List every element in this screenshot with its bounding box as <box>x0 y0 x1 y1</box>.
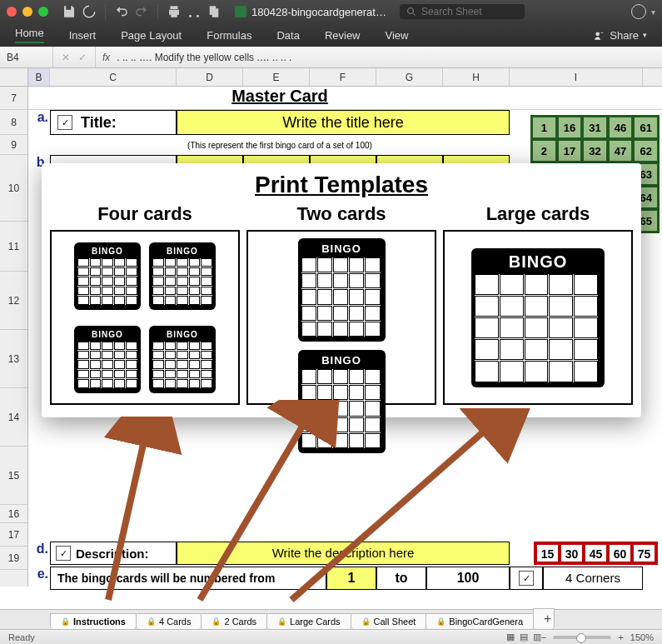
cell-reference[interactable]: B4 <box>0 47 53 67</box>
minimize-window-button[interactable] <box>22 7 32 17</box>
close-window-button[interactable] <box>7 7 17 17</box>
red-num: 15 <box>536 544 559 562</box>
zoom-in-button[interactable]: + <box>618 632 623 642</box>
col-header-D[interactable]: D <box>177 68 243 86</box>
row-header-9[interactable]: 9 <box>0 135 27 155</box>
confirm-formula-icon[interactable]: ✓ <box>78 52 87 63</box>
view-page-icon[interactable]: ▤ <box>520 632 528 642</box>
sheet-tab-generator[interactable]: 🔒BingoCardGenera <box>426 613 534 629</box>
two-cards-preview[interactable]: BINGO BINGO <box>246 230 436 405</box>
search-sheet[interactable] <box>400 4 525 19</box>
grid-cell[interactable]: 17 <box>558 140 582 162</box>
to-number-cell: 100 <box>426 567 510 590</box>
tab-data[interactable]: Data <box>276 29 299 42</box>
row-header-14[interactable]: 14 <box>0 388 27 447</box>
grid-cell[interactable]: 1 <box>532 117 556 138</box>
sheet-tab-large[interactable]: 🔒Large Cards <box>266 613 351 629</box>
grid-cell[interactable]: 16 <box>558 117 582 138</box>
title-label: Title: <box>81 114 117 132</box>
row-header-12[interactable]: 12 <box>0 272 27 330</box>
zoom-window-button[interactable] <box>38 7 48 17</box>
sheet-tab-instructions[interactable]: 🔒Instructions <box>50 613 137 629</box>
col-header-H[interactable]: H <box>443 68 510 86</box>
tab-insert[interactable]: Insert <box>69 29 97 42</box>
col-header-I[interactable]: I <box>510 68 643 86</box>
add-sheet-button[interactable]: + <box>533 608 555 629</box>
title-checkbox[interactable]: ✓ <box>57 115 72 130</box>
corners-checkbox[interactable]: ✓ <box>519 571 534 586</box>
tab-formulas[interactable]: Formulas <box>207 29 251 42</box>
four-cards-heading: Four cards <box>50 203 240 225</box>
window-controls <box>7 7 48 17</box>
cancel-formula-icon[interactable]: ✕ <box>62 52 70 63</box>
col-header-F[interactable]: F <box>310 68 376 86</box>
zoom-out-button[interactable]: − <box>541 632 546 642</box>
save-icon[interactable] <box>62 4 77 19</box>
excel-icon <box>235 6 246 17</box>
lock-icon: 🔒 <box>277 617 286 626</box>
large-cards-preview[interactable]: BINGO <box>443 230 633 405</box>
copy-icon[interactable] <box>207 4 221 19</box>
grid-cell[interactable]: 32 <box>583 140 607 162</box>
sheet-tab-callsheet[interactable]: 🔒Call Sheet <box>351 613 427 629</box>
row-header-19[interactable]: 19 <box>0 547 27 570</box>
select-all-corner[interactable] <box>0 68 28 86</box>
col-header-G[interactable]: G <box>376 68 443 86</box>
feedback-icon[interactable] <box>631 4 646 19</box>
sheet-tab-2cards[interactable]: 🔒2 Cards <box>201 613 267 629</box>
row-header-8[interactable]: 8 <box>0 110 27 135</box>
grid-cell[interactable]: 47 <box>609 140 633 162</box>
row-header-7[interactable]: 7 <box>0 87 27 110</box>
row-header-10[interactable]: 10 <box>0 155 27 222</box>
chevron-down-icon[interactable]: ▾ <box>651 7 655 17</box>
col-header-C[interactable]: C <box>50 68 177 86</box>
svg-rect-4 <box>235 6 246 17</box>
grid-cell[interactable]: 46 <box>609 117 633 138</box>
autosave-icon[interactable] <box>82 4 97 19</box>
row-header-15[interactable]: 15 <box>0 447 27 505</box>
search-input[interactable] <box>421 6 505 17</box>
col-header-E[interactable]: E <box>243 68 310 86</box>
view-break-icon[interactable]: ▥ <box>533 632 541 642</box>
tab-page-layout[interactable]: Page Layout <box>121 29 182 42</box>
sheet-tab-4cards[interactable]: 🔒4 Cards <box>136 613 202 629</box>
large-cards-heading: Large cards <box>443 203 633 225</box>
master-card-title: Master Card <box>50 87 510 108</box>
description-input-cell[interactable]: Write the description here <box>177 542 510 565</box>
grid-cell[interactable]: 61 <box>634 117 658 138</box>
tab-home[interactable]: Home <box>15 27 44 43</box>
row-header-13[interactable]: 13 <box>0 330 27 388</box>
lock-icon: 🔒 <box>61 617 70 626</box>
undo-icon[interactable] <box>114 4 129 19</box>
col-header-B[interactable]: B <box>28 68 50 86</box>
column-headers: B C D E F G H I <box>0 68 662 87</box>
grid-cell[interactable]: 2 <box>532 140 556 162</box>
print-icon[interactable] <box>167 4 182 19</box>
from-number-cell[interactable]: 1 <box>326 567 376 590</box>
zoom-level[interactable]: 150% <box>630 632 654 642</box>
row-header-11[interactable]: 11 <box>0 222 27 272</box>
status-ready: Ready <box>8 632 35 642</box>
fx-label[interactable]: fx <box>96 52 117 63</box>
description-checkbox[interactable]: ✓ <box>56 546 71 561</box>
tab-view[interactable]: View <box>386 29 409 42</box>
status-bar: Ready ▦ ▤ ▥ − + 150% <box>0 629 662 644</box>
svg-point-0 <box>189 15 192 17</box>
grid-cell[interactable]: 62 <box>634 140 658 162</box>
zoom-slider[interactable] <box>553 636 611 639</box>
view-normal-icon[interactable]: ▦ <box>506 632 515 642</box>
cut-icon[interactable] <box>187 4 202 19</box>
svg-point-1 <box>197 15 199 17</box>
formula-input[interactable]: . .. .. …. Modify the yellow cells .… ..… <box>117 52 662 63</box>
grid-cell[interactable]: 31 <box>583 117 607 138</box>
four-cards-preview[interactable]: BINGO BINGO BINGO BINGO <box>50 230 240 405</box>
red-num: 75 <box>633 544 655 562</box>
redo-icon[interactable] <box>134 4 149 19</box>
share-button[interactable]: Share ▾ <box>594 29 647 42</box>
title-input-cell[interactable]: Write the title here <box>177 110 510 135</box>
numbering-label: The bingo cards will be numbered from <box>57 572 275 585</box>
row-header-17[interactable]: 17 <box>0 523 27 547</box>
row-header-16[interactable]: 16 <box>0 505 27 523</box>
tab-review[interactable]: Review <box>325 29 361 42</box>
label-d: d. <box>28 542 50 565</box>
